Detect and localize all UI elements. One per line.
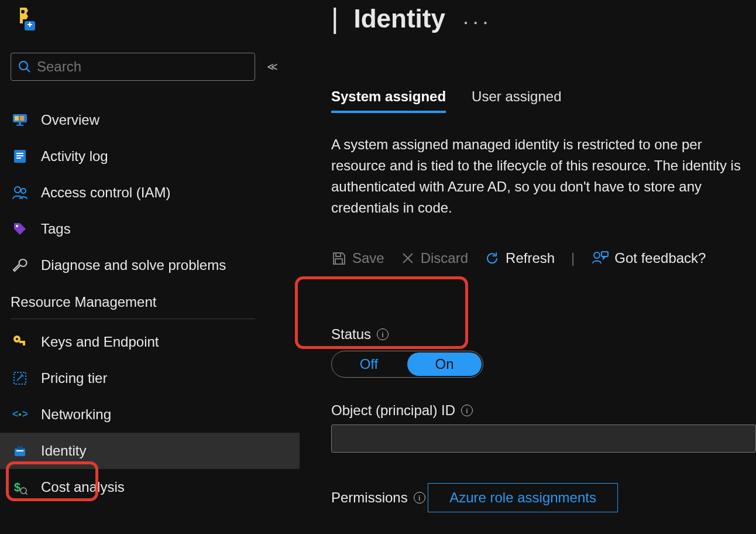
sidebar-item-label: Pricing tier bbox=[41, 370, 107, 386]
toolbar-separator: | bbox=[571, 250, 575, 266]
svg-point-2 bbox=[19, 61, 28, 70]
sidebar-item-label: Activity log bbox=[41, 148, 108, 165]
search-input[interactable] bbox=[37, 59, 248, 75]
status-toggle-on[interactable]: On bbox=[407, 352, 482, 376]
sidebar-item-label: Keys and Endpoint bbox=[41, 334, 159, 350]
svg-rect-25 bbox=[17, 446, 23, 449]
sidebar-item-label: Identity bbox=[41, 443, 86, 459]
info-icon[interactable]: i bbox=[414, 492, 425, 504]
sidebar-item-activity-log[interactable]: Activity log bbox=[11, 138, 298, 174]
svg-point-14 bbox=[21, 189, 26, 193]
svg-rect-12 bbox=[16, 158, 21, 159]
object-id-input[interactable] bbox=[331, 425, 756, 453]
svg-rect-11 bbox=[16, 155, 23, 156]
svg-rect-7 bbox=[19, 122, 21, 125]
status-toggle-off[interactable]: Off bbox=[332, 351, 406, 377]
svg-rect-5 bbox=[15, 116, 19, 121]
collapse-sidebar-icon[interactable]: ≪ bbox=[267, 60, 274, 73]
svg-line-29 bbox=[25, 492, 28, 495]
sidebar-item-label: Access control (IAM) bbox=[41, 184, 170, 201]
status-toggle[interactable]: Off On bbox=[331, 351, 483, 378]
azure-role-assignments-button[interactable]: Azure role assignments bbox=[428, 483, 618, 512]
networking-icon: <> bbox=[12, 406, 28, 423]
access-control-icon bbox=[12, 184, 28, 201]
pricing-tier-icon bbox=[12, 370, 28, 386]
info-icon[interactable]: i bbox=[461, 405, 473, 416]
save-icon bbox=[331, 251, 346, 266]
svg-rect-19 bbox=[23, 343, 25, 345]
tab-user-assigned[interactable]: User assigned bbox=[472, 88, 561, 113]
sidebar-item-diagnose[interactable]: Diagnose and solve problems bbox=[11, 247, 298, 283]
sidebar-item-identity[interactable]: Identity bbox=[0, 433, 300, 469]
svg-point-13 bbox=[15, 187, 20, 193]
sidebar-item-cost-analysis[interactable]: $ Cost analysis bbox=[11, 469, 298, 505]
search-icon bbox=[18, 60, 31, 73]
svg-rect-31 bbox=[335, 259, 342, 264]
svg-text:<: < bbox=[12, 408, 19, 420]
more-icon[interactable]: ● ● ● bbox=[464, 19, 490, 26]
sidebar-item-keys-endpoint[interactable]: Keys and Endpoint bbox=[11, 324, 298, 360]
sidebar-item-label: Tags bbox=[41, 221, 71, 237]
close-icon bbox=[401, 251, 415, 265]
title-separator: | bbox=[331, 2, 338, 35]
info-icon[interactable]: i bbox=[377, 328, 389, 340]
tab-system-assigned[interactable]: System assigned bbox=[331, 88, 446, 113]
svg-rect-10 bbox=[16, 153, 23, 154]
status-label: Status bbox=[331, 326, 371, 343]
save-button[interactable]: Save bbox=[331, 250, 384, 266]
sidebar-item-tags[interactable]: Tags bbox=[11, 211, 298, 247]
section-divider bbox=[11, 319, 255, 319]
activity-log-icon bbox=[12, 148, 28, 165]
svg-point-34 bbox=[594, 252, 600, 258]
section-resource-management: Resource Management bbox=[11, 294, 298, 310]
feedback-button[interactable]: Got feedback? bbox=[591, 250, 706, 266]
svg-rect-30 bbox=[336, 253, 341, 256]
svg-text:$: $ bbox=[14, 481, 20, 494]
svg-line-3 bbox=[26, 69, 30, 72]
svg-text:>: > bbox=[22, 408, 28, 420]
svg-rect-26 bbox=[16, 450, 23, 451]
svg-rect-24 bbox=[15, 449, 25, 456]
sidebar-item-label: Networking bbox=[41, 406, 111, 423]
sidebar-item-label: Overview bbox=[41, 112, 99, 128]
sidebar-item-overview[interactable]: Overview bbox=[11, 102, 298, 138]
sidebar-item-access-control[interactable]: Access control (IAM) bbox=[11, 174, 298, 211]
svg-point-22 bbox=[19, 413, 21, 416]
key-icon bbox=[12, 334, 28, 350]
overview-icon bbox=[12, 112, 28, 128]
page-title: Identity bbox=[353, 4, 445, 33]
object-id-label: Object (principal) ID bbox=[331, 402, 455, 419]
page-title-row: | Identity ● ● ● bbox=[331, 2, 756, 35]
svg-rect-35 bbox=[602, 252, 608, 256]
identity-icon bbox=[12, 443, 28, 459]
svg-point-15 bbox=[16, 225, 18, 227]
permissions-label: Permissions bbox=[331, 490, 408, 506]
tags-icon bbox=[12, 221, 28, 237]
svg-rect-6 bbox=[20, 116, 24, 121]
svg-point-0 bbox=[21, 10, 25, 13]
svg-rect-18 bbox=[19, 341, 25, 343]
feedback-icon bbox=[591, 251, 609, 266]
cost-analysis-icon: $ bbox=[12, 479, 28, 495]
key-vault-icon bbox=[12, 6, 36, 30]
sidebar-item-networking[interactable]: <> Networking bbox=[11, 396, 298, 433]
sidebar-item-pricing-tier[interactable]: Pricing tier bbox=[11, 360, 298, 396]
svg-point-17 bbox=[16, 338, 18, 340]
sidebar-item-label: Diagnose and solve problems bbox=[41, 257, 226, 273]
discard-button[interactable]: Discard bbox=[401, 250, 468, 266]
diagnose-icon bbox=[12, 257, 28, 273]
svg-rect-8 bbox=[16, 125, 23, 126]
sidebar-search[interactable] bbox=[11, 53, 255, 81]
refresh-button[interactable]: Refresh bbox=[484, 250, 555, 266]
sidebar-item-label: Cost analysis bbox=[41, 479, 125, 495]
identity-description: A system assigned managed identity is re… bbox=[331, 134, 756, 218]
refresh-icon bbox=[484, 251, 500, 266]
